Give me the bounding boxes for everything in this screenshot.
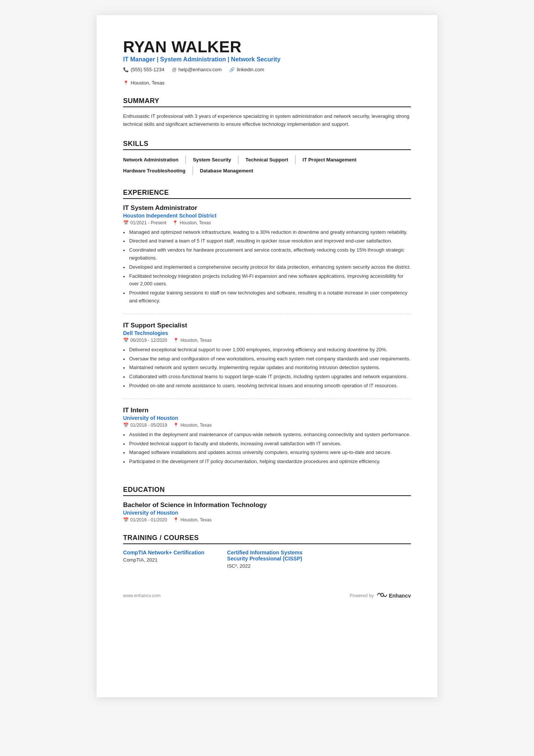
skill-it-project: IT Project Management xyxy=(303,155,363,164)
training-org-1: CompTIA, 2021 xyxy=(123,557,205,563)
enhancv-logo: Enhancv xyxy=(377,592,411,600)
training-item-2: Certified Information SystemsSecurity Pr… xyxy=(227,549,303,569)
exp-company-3: University of Houston xyxy=(123,415,411,421)
linkedin-text: linkedin.com xyxy=(237,67,264,72)
bullet-item: Maintained network and system security, … xyxy=(123,364,411,372)
header-section: RYAN WALKER IT Manager | System Administ… xyxy=(123,38,411,86)
bullet-item: Managed software installations and updat… xyxy=(123,449,411,457)
linkedin-contact[interactable]: 🔗 linkedin.com xyxy=(229,67,264,72)
pin-icon-1: 📍 xyxy=(172,220,178,225)
email-text: help@enhancv.com xyxy=(178,67,222,72)
email-contact: @ help@enhancv.com xyxy=(172,67,222,72)
exp-meta-2: 📅 06/2019 - 12/2020 📍 Houston, Texas xyxy=(123,338,411,343)
exp-meta-3: 📅 01/2018 - 05/2019 📍 Houston, Texas xyxy=(123,423,411,428)
training-grid: CompTIA Network+ Certification CompTIA, … xyxy=(123,549,411,569)
bullet-item: Collaborated with cross-functional teams… xyxy=(123,373,411,381)
location-icon: 📍 xyxy=(123,80,129,86)
exp-entry-3: IT Intern University of Houston 📅 01/201… xyxy=(123,407,411,474)
training-item-1: CompTIA Network+ Certification CompTIA, … xyxy=(123,549,205,569)
edu-degree-1: Bachelor of Science in Information Techn… xyxy=(123,501,411,509)
bullet-item: Coordinated with vendors for hardware pr… xyxy=(123,246,411,262)
calendar-icon-edu: 📅 xyxy=(123,517,129,523)
training-org-2: ISC², 2022 xyxy=(227,563,303,569)
edu-date-1: 📅 01/2016 - 01/2020 xyxy=(123,517,167,523)
phone-text: (555) 555-1234 xyxy=(131,67,164,72)
enhancv-logo-icon xyxy=(377,592,387,600)
bullet-item: Developed and implemented a comprehensiv… xyxy=(123,263,411,271)
candidate-name: RYAN WALKER xyxy=(123,38,411,56)
pin-icon-edu: 📍 xyxy=(173,517,179,523)
exp-date-3: 📅 01/2018 - 05/2019 xyxy=(123,423,167,428)
summary-text: Enthusiastic IT professional with 3 year… xyxy=(123,113,411,128)
bullet-item: Oversaw the setup and configuration of n… xyxy=(123,355,411,363)
powered-by: Powered by Enhancv xyxy=(350,592,411,600)
bullet-item: Provided technical support to faculty an… xyxy=(123,440,411,448)
education-section: EDUCATION Bachelor of Science in Informa… xyxy=(123,486,411,523)
contact-row: 📞 (555) 555-1234 @ help@enhancv.com 🔗 li… xyxy=(123,67,411,86)
resume-page: RYAN WALKER IT Manager | System Administ… xyxy=(97,15,437,697)
bullet-item: Delivered exceptional technical support … xyxy=(123,346,411,354)
link-icon: 🔗 xyxy=(229,67,235,72)
skills-grid: Network Administration System Security T… xyxy=(123,155,411,177)
bullet-item: Directed and trained a team of 5 IT supp… xyxy=(123,237,411,245)
skill-tech-support: Technical Support xyxy=(245,155,295,164)
location-contact: 📍 Houston, Texas xyxy=(123,80,411,86)
exp-bullets-2: Delivered exceptional technical support … xyxy=(123,346,411,390)
exp-title-2: IT Support Specialist xyxy=(123,322,411,329)
skill-hardware: Hardware Troubleshooting xyxy=(123,166,193,175)
exp-entry-2: IT Support Specialist Dell Technologies … xyxy=(123,322,411,399)
edu-meta-1: 📅 01/2016 - 01/2020 📍 Houston, Texas xyxy=(123,517,411,523)
exp-meta-1: 📅 01/2021 - Present 📍 Houston, Texas xyxy=(123,220,411,225)
phone-contact: 📞 (555) 555-1234 xyxy=(123,67,164,72)
pin-icon-2: 📍 xyxy=(173,338,179,343)
skill-row-1: Network Administration System Security T… xyxy=(123,155,411,164)
bullet-item: Participated in the development of IT po… xyxy=(123,458,411,466)
edu-entry-1: Bachelor of Science in Information Techn… xyxy=(123,501,411,523)
skill-network-admin: Network Administration xyxy=(123,155,186,164)
page-footer: www.enhancv.com Powered by Enhancv xyxy=(123,592,411,600)
enhancv-brand: Enhancv xyxy=(389,593,411,599)
skills-section: SKILLS Network Administration System Sec… xyxy=(123,140,411,177)
bullet-item: Facilitated technology integration proje… xyxy=(123,272,411,288)
summary-title: SUMMARY xyxy=(123,97,411,107)
candidate-title: IT Manager | System Administration | Net… xyxy=(123,56,411,63)
training-section: TRAINING / COURSES CompTIA Network+ Cert… xyxy=(123,534,411,569)
exp-date-2: 📅 06/2019 - 12/2020 xyxy=(123,338,167,343)
experience-title: EXPERIENCE xyxy=(123,189,411,199)
powered-by-label: Powered by xyxy=(350,593,373,598)
bullet-item: Assisted in the deployment and maintenan… xyxy=(123,431,411,439)
experience-section: EXPERIENCE IT System Administrator Houst… xyxy=(123,189,411,474)
exp-loc-2: 📍 Houston, Texas xyxy=(173,338,212,343)
skill-database: Database Management xyxy=(200,166,260,175)
skill-system-security: System Security xyxy=(193,155,239,164)
training-title: TRAINING / COURSES xyxy=(123,534,411,544)
exp-title-1: IT System Administrator xyxy=(123,204,411,212)
exp-bullets-1: Managed and optimized network infrastruc… xyxy=(123,229,411,305)
training-name-2: Certified Information SystemsSecurity Pr… xyxy=(227,549,303,562)
exp-bullets-3: Assisted in the deployment and maintenan… xyxy=(123,431,411,466)
exp-company-2: Dell Technologies xyxy=(123,330,411,336)
phone-icon: 📞 xyxy=(123,67,129,72)
skill-row-2: Hardware Troubleshooting Database Manage… xyxy=(123,166,411,175)
bullet-item: Provided on-site and remote assistance t… xyxy=(123,382,411,390)
bullet-item: Provided regular training sessions to st… xyxy=(123,289,411,305)
training-name-1: CompTIA Network+ Certification xyxy=(123,549,205,556)
exp-entry-1: IT System Administrator Houston Independ… xyxy=(123,204,411,314)
email-icon: @ xyxy=(172,67,176,72)
exp-title-3: IT Intern xyxy=(123,407,411,414)
education-title: EDUCATION xyxy=(123,486,411,496)
edu-institution-1: University of Houston xyxy=(123,510,411,516)
exp-company-1: Houston Independent School District xyxy=(123,213,411,219)
calendar-icon-1: 📅 xyxy=(123,220,129,225)
footer-website: www.enhancv.com xyxy=(123,593,161,598)
exp-loc-3: 📍 Houston, Texas xyxy=(173,423,212,428)
location-text: Houston, Texas xyxy=(131,80,164,86)
exp-date-1: 📅 01/2021 - Present xyxy=(123,220,166,225)
calendar-icon-2: 📅 xyxy=(123,338,129,343)
edu-loc-1: 📍 Houston, Texas xyxy=(173,517,212,523)
calendar-icon-3: 📅 xyxy=(123,423,129,428)
pin-icon-3: 📍 xyxy=(173,423,179,428)
summary-section: SUMMARY Enthusiastic IT professional wit… xyxy=(123,97,411,128)
bullet-item: Managed and optimized network infrastruc… xyxy=(123,229,411,236)
exp-loc-1: 📍 Houston, Texas xyxy=(172,220,211,225)
